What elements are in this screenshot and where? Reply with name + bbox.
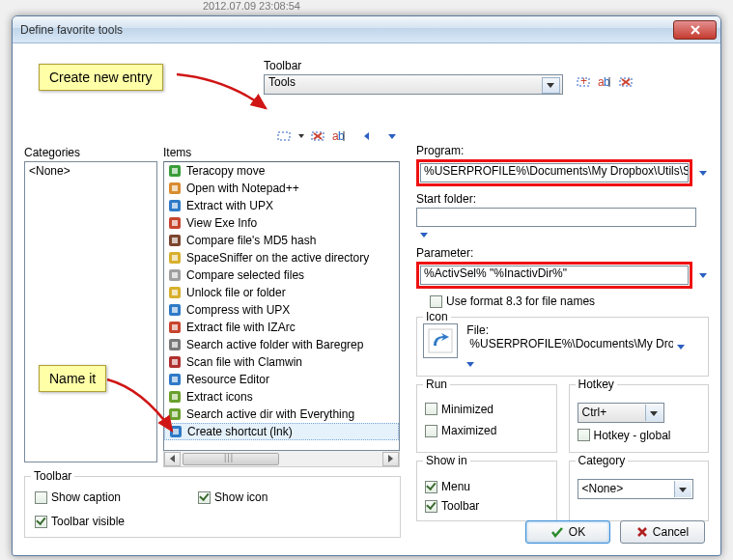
- list-item[interactable]: Resource Editor: [164, 371, 399, 388]
- list-item[interactable]: Compare file's MD5 hash: [164, 232, 399, 249]
- add-item-icon[interactable]: [276, 128, 292, 144]
- list-item-label: Create shortcut (lnk): [187, 425, 293, 438]
- startfolder-browse-icon[interactable]: [420, 233, 428, 238]
- list-item-label: Compare selected files: [186, 268, 304, 282]
- list-item[interactable]: SpaceSniffer on the active directory: [164, 249, 399, 266]
- list-item[interactable]: Compress with UPX: [164, 301, 399, 319]
- tool-icon: [167, 198, 183, 213]
- parameter-browse-icon[interactable]: [699, 273, 707, 278]
- list-item[interactable]: Unlock file or folder: [164, 284, 399, 301]
- hotkey-select[interactable]: Ctrl+: [578, 403, 664, 423]
- show-icon-checkbox[interactable]: Show icon: [198, 490, 268, 504]
- icon-file-browse-icon[interactable]: [677, 345, 685, 350]
- cancel-icon: [636, 526, 648, 538]
- list-item[interactable]: Search active folder with Baregrep: [164, 336, 399, 353]
- program-browse-icon[interactable]: [699, 171, 707, 176]
- list-item[interactable]: Search active dir with Everything: [164, 406, 399, 423]
- list-item[interactable]: Extract icons: [164, 388, 399, 406]
- show-caption-checkbox[interactable]: Show caption: [35, 490, 121, 504]
- svg-rect-47: [429, 329, 452, 352]
- shortcut-icon: [428, 328, 453, 353]
- svg-rect-40: [172, 377, 178, 382]
- program-input[interactable]: %USERPROFILE%\Documents\My Dropbox\Utils…: [420, 163, 689, 182]
- format83-label: Use format 8.3 for file names: [446, 294, 595, 308]
- rename-item-icon[interactable]: ab: [331, 128, 347, 144]
- rename-toolbar-icon[interactable]: ab: [597, 74, 612, 90]
- category-select[interactable]: <None>: [578, 479, 693, 499]
- tool-icon: [168, 424, 183, 439]
- list-item-label: Extract icons: [186, 390, 253, 404]
- ok-button[interactable]: OK: [525, 520, 610, 544]
- svg-rect-36: [172, 342, 178, 348]
- list-item[interactable]: View Exe Info: [164, 214, 399, 232]
- tool-icon: [167, 302, 183, 318]
- move-left-icon[interactable]: [364, 132, 369, 140]
- list-item-label: Search active folder with Baregrep: [186, 338, 363, 351]
- items-hscrollbar[interactable]: [163, 451, 400, 467]
- svg-rect-28: [172, 272, 178, 278]
- add-item-dropdown-icon[interactable]: [298, 134, 304, 138]
- tool-icon: [167, 285, 183, 300]
- toolbar-visible-checkbox[interactable]: Toolbar visible: [35, 515, 125, 528]
- toolbar-select[interactable]: Tools: [264, 74, 563, 95]
- move-down-icon[interactable]: [388, 134, 396, 139]
- hotkey-global-checkbox[interactable]: Hotkey - global: [578, 429, 671, 442]
- close-button[interactable]: [673, 20, 717, 40]
- chevron-down-icon: [547, 83, 554, 88]
- annotation-highlight-parameter: %ActivSel% "%InactivDir%": [416, 262, 692, 289]
- icon-group-label: Icon: [423, 310, 451, 323]
- list-item-label: Teracopy move: [186, 164, 265, 178]
- tool-icon: [167, 320, 183, 335]
- scroll-right-button[interactable]: [382, 452, 399, 466]
- showin-menu-checkbox[interactable]: Menu: [425, 480, 470, 493]
- showin-group-label: Show in: [423, 454, 470, 467]
- list-item-label: Resource Editor: [186, 373, 269, 386]
- list-item[interactable]: Scan file with Clamwin: [164, 353, 399, 371]
- add-toolbar-icon[interactable]: +: [576, 74, 591, 90]
- check-icon: [550, 526, 564, 538]
- program-label: Program:: [416, 144, 709, 157]
- svg-rect-46: [173, 429, 179, 434]
- category-item[interactable]: <None>: [29, 164, 153, 178]
- svg-rect-18: [172, 185, 178, 191]
- list-item-label: Unlock file or folder: [186, 286, 286, 299]
- scroll-thumb[interactable]: [183, 453, 279, 465]
- svg-rect-42: [172, 394, 178, 400]
- tool-icon: [167, 250, 183, 266]
- list-item[interactable]: Open with Notepad++: [164, 180, 399, 197]
- bottom-toolbar-label: Toolbar: [31, 469, 74, 483]
- format83-checkbox[interactable]: Use format 8.3 for file names: [430, 294, 595, 308]
- hotkey-group-label: Hotkey: [576, 378, 617, 391]
- list-item[interactable]: Extract file with IZArc: [164, 319, 399, 336]
- annotation-highlight-program: %USERPROFILE%\Documents\My Dropbox\Utils…: [416, 159, 692, 186]
- tool-icon: [167, 233, 183, 248]
- icon-file-label: File:: [466, 323, 489, 337]
- scroll-left-button[interactable]: [164, 452, 181, 466]
- titlebar: Define favorite tools: [13, 16, 720, 43]
- list-item[interactable]: Teracopy move: [164, 162, 399, 180]
- category-group-label: Category: [576, 454, 629, 467]
- list-item[interactable]: Compare selected files: [164, 266, 399, 284]
- minimized-checkbox[interactable]: Minimized: [425, 403, 493, 416]
- startfolder-input[interactable]: [416, 208, 696, 227]
- parameter-input[interactable]: %ActivSel% "%InactivDir%": [420, 266, 689, 285]
- icon-file-input[interactable]: %USERPROFILE%\Documents\My Dro: [466, 337, 673, 356]
- list-item-label: Compare file's MD5 hash: [186, 234, 316, 247]
- showin-toolbar-checkbox[interactable]: Toolbar: [425, 499, 479, 513]
- icon-preview[interactable]: [423, 323, 458, 358]
- delete-item-icon[interactable]: [310, 128, 325, 144]
- list-item[interactable]: Extract with UPX: [164, 197, 399, 214]
- cancel-button[interactable]: Cancel: [620, 520, 705, 544]
- maximized-checkbox[interactable]: Maximized: [425, 424, 496, 437]
- delete-toolbar-icon[interactable]: [618, 74, 634, 90]
- tool-icon: [167, 337, 183, 352]
- run-group-label: Run: [423, 378, 450, 391]
- items-listbox[interactable]: Teracopy moveOpen with Notepad++Extract …: [163, 161, 400, 451]
- tool-icon: [167, 181, 183, 196]
- categories-listbox[interactable]: <None>: [24, 161, 157, 462]
- icon-index-icon[interactable]: [466, 362, 474, 367]
- tool-icon: [167, 354, 183, 370]
- list-item-label: View Exe Info: [186, 216, 257, 230]
- list-item-label: Compress with UPX: [186, 303, 290, 317]
- list-item[interactable]: Create shortcut (lnk): [164, 423, 399, 440]
